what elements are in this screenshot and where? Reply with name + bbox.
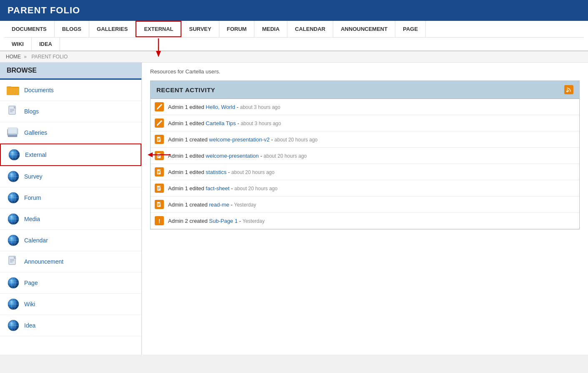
nav-item-media[interactable]: MEDIA <box>254 21 287 37</box>
activity-row: ! Admin 2 created Sub-Page 1 - Yesterday <box>151 213 579 229</box>
sidebar-label-documents: Documents <box>24 87 54 93</box>
activity-link[interactable]: Sub-Page 1 <box>209 218 238 224</box>
activity-time: about 20 hours ago <box>264 153 307 159</box>
nav-item2-idea[interactable]: IDEA <box>32 38 60 50</box>
svg-point-40 <box>10 216 13 217</box>
sidebar-title: BROWSE <box>0 63 141 80</box>
nav-item-calendar[interactable]: CALENDAR <box>287 21 333 37</box>
sidebar-item-wiki[interactable]: Wiki <box>0 294 141 315</box>
sidebar-label-calendar: Calendar <box>24 237 48 244</box>
nav-item-forum[interactable]: FORUM <box>219 21 255 37</box>
folder-icon <box>7 83 20 97</box>
sidebar-item-external[interactable]: External <box>0 144 141 166</box>
activity-link[interactable]: statistics <box>206 169 226 175</box>
activity-title: RECENT ACTIVITY <box>156 86 215 93</box>
sidebar-item-blogs[interactable]: Blogs <box>0 101 141 122</box>
activity-text: Admin 1 edited statistics - about 20 hou… <box>168 169 274 175</box>
activity-text: Admin 1 edited Hello, World - about 3 ho… <box>168 104 280 110</box>
activity-text: Admin 2 created Sub-Page 1 - Yesterday <box>168 218 264 224</box>
activity-text: Admin 1 edited fact-sheet - about 20 hou… <box>168 185 277 192</box>
svg-point-70 <box>566 91 568 92</box>
activity-link[interactable]: welcome-presentation-v2 <box>209 136 269 143</box>
nav-item-blogs[interactable]: BLOGS <box>55 21 89 37</box>
activity-icon-edit <box>155 118 164 128</box>
activity-row: Admin 1 edited fact-sheet - about 20 hou… <box>151 180 579 197</box>
nav-item-documents[interactable]: DOCUMENTS <box>4 21 55 37</box>
activity-row: Admin 1 edited welcome-presentation - ab… <box>151 148 579 164</box>
nav-item-galleries[interactable]: GALLERIES <box>89 21 136 37</box>
app-title: PARENT FOLIO <box>8 5 580 16</box>
globe-icon <box>7 191 20 204</box>
activity-time: about 20 hours ago <box>234 186 277 192</box>
activity-time: Yesterday <box>243 218 265 224</box>
activity-link[interactable]: welcome-presentation <box>206 153 259 159</box>
activity-text: Admin 1 edited welcome-presentation - ab… <box>168 153 307 159</box>
sidebar-label-survey: Survey <box>24 173 43 180</box>
activity-row: Admin 1 edited statistics - about 20 hou… <box>151 164 579 180</box>
sidebar-label-wiki: Wiki <box>24 301 35 307</box>
sidebar-item-forum[interactable]: Forum <box>0 187 141 209</box>
activity-time: Yesterday <box>234 202 256 208</box>
doc-icon <box>7 105 20 118</box>
globe-icon <box>7 319 20 332</box>
activity-link[interactable]: read-me <box>209 202 229 208</box>
svg-point-69 <box>10 323 13 324</box>
activity-text: Admin 1 created read-me - Yesterday <box>168 202 256 208</box>
activity-row: Admin 1 created welcome-presentation-v2 … <box>151 131 579 148</box>
svg-text:!: ! <box>158 218 161 224</box>
nav-item-external[interactable]: EXTERNAL <box>136 21 181 37</box>
navbar: DOCUMENTSBLOGSGALLERIESEXTERNAL SURVEYFO… <box>0 21 588 51</box>
breadcrumb-home[interactable]: HOME <box>6 54 21 60</box>
sidebar-label-idea: Idea <box>24 322 35 329</box>
sidebar-item-announcement[interactable]: Announcement <box>0 251 141 272</box>
sidebar-label-external: External <box>25 151 46 158</box>
content-description: Resources for Cartella users. <box>150 68 580 75</box>
activity-icon-doc <box>155 184 164 193</box>
activity-text: Admin 1 created welcome-presentation-v2 … <box>168 136 318 143</box>
sidebar-label-announcement: Announcement <box>24 258 63 265</box>
activity-row: Admin 1 edited Hello, World - about 3 ho… <box>151 99 579 115</box>
activity-icon-doc <box>155 200 164 209</box>
activity-link[interactable]: Cartella Tips <box>206 120 236 126</box>
sidebar-item-documents[interactable]: Documents <box>0 80 141 101</box>
svg-point-20 <box>11 152 13 153</box>
globe-icon <box>7 212 20 226</box>
nav-item-announcement[interactable]: ANNOUNCEMENT <box>333 21 395 37</box>
activity-panel: RECENT ACTIVITY Admin 1 edited Hello, Wo… <box>150 81 580 229</box>
sidebar-item-idea[interactable]: Idea <box>0 315 141 336</box>
nav-item2-wiki[interactable]: WIKI <box>4 38 32 50</box>
nav-item-survey[interactable]: SURVEY <box>181 21 219 37</box>
sidebar-item-page[interactable]: Page <box>0 272 141 294</box>
content-area: Resources for Cartella users. RECENT ACT… <box>142 63 588 355</box>
globe-icon <box>7 297 20 311</box>
activity-icon-doc <box>155 167 164 176</box>
activity-link[interactable]: Hello, World <box>206 104 235 110</box>
sidebar-item-calendar[interactable]: Calendar <box>0 230 141 251</box>
activity-text: Admin 1 edited Cartella Tips - about 3 h… <box>168 120 281 126</box>
globe-icon <box>7 276 20 290</box>
svg-point-63 <box>10 301 13 302</box>
nav-item-page[interactable]: PAGE <box>395 21 426 37</box>
nav-row1: DOCUMENTSBLOGSGALLERIESEXTERNAL SURVEYFO… <box>4 21 584 37</box>
main-layout: BROWSE Documents Blogs Galleries <box>0 63 588 355</box>
activity-time: about 20 hours ago <box>231 169 274 175</box>
svg-rect-14 <box>8 128 17 134</box>
svg-point-57 <box>10 280 13 281</box>
activity-icon-edit <box>155 102 164 111</box>
svg-point-46 <box>10 237 13 239</box>
sidebar-label-media: Media <box>24 216 40 222</box>
sidebar-label-page: Page <box>24 280 38 286</box>
activity-link[interactable]: fact-sheet <box>206 185 229 192</box>
activity-icon-doc <box>155 151 164 160</box>
globe-icon <box>7 170 20 183</box>
sidebar-label-galleries: Galleries <box>24 129 47 136</box>
sidebar-items: Documents Blogs Galleries External <box>0 80 141 336</box>
doc-icon <box>7 255 20 268</box>
activity-header: RECENT ACTIVITY <box>151 81 579 99</box>
rss-icon[interactable] <box>564 85 573 94</box>
sidebar-item-media[interactable]: Media <box>0 209 141 230</box>
sidebar-item-survey[interactable]: Survey <box>0 166 141 187</box>
sidebar-item-galleries[interactable]: Galleries <box>0 122 141 144</box>
activity-time: about 3 hours ago <box>240 104 280 110</box>
breadcrumb: HOME » PARENT FOLIO <box>0 51 588 63</box>
